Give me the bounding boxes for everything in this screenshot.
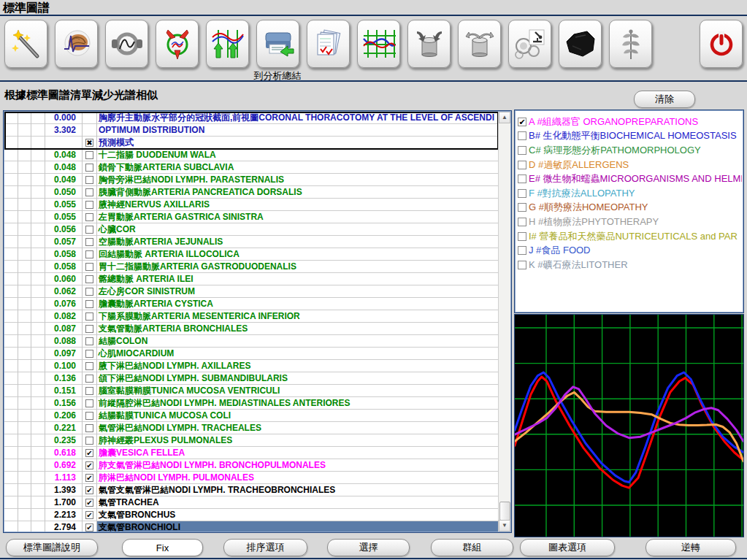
table-row[interactable]: 0.049 胸骨旁淋巴結NODI LYMPH. PARASTERNALIS [4, 174, 499, 186]
row-checkbox[interactable] [83, 422, 97, 434]
scroll-down-arrow[interactable]: ▼ [499, 520, 510, 532]
category-item[interactable]: K #礦石療法LITOTHER [518, 258, 742, 272]
row-label[interactable]: 氣管TRACHEA [97, 496, 499, 509]
row-checkbox[interactable] [83, 285, 97, 298]
graph-grid-button[interactable] [357, 20, 400, 68]
row-label[interactable]: 回結腸動脈 ARTERIA ILLOCOLICA [97, 248, 499, 261]
row-label[interactable]: 心肌MIOCARDIUM [97, 348, 499, 360]
table-row[interactable]: 0.235 肺神經叢PLEXUS PULMONALES [4, 434, 499, 447]
row-label[interactable]: 髂總動脈 ARTERIA ILEI [97, 273, 499, 285]
row-label[interactable]: 腦室黏膜鞘膜TUNICA MUCOSA VENTRICULI [97, 385, 499, 397]
category-item[interactable]: D #過敏原ALLERGENS [518, 158, 742, 172]
row-label[interactable]: 左心房COR SINISTRUM [97, 285, 499, 298]
brain-button[interactable] [55, 20, 98, 68]
table-row[interactable]: 0.057 空腸動脈ARTERIA JEJUNALIS [4, 236, 499, 248]
row-label[interactable]: 肺淋巴結NODI LYMPH. PULMONALES [97, 472, 499, 484]
row-label[interactable]: 胰臟背側動脈ARTERIA PANCREATICA DORSALIS [97, 186, 499, 199]
table-row[interactable]: 0.087 支氣管動脈ARTERIA BRONCHIALES [4, 323, 499, 335]
row-checkbox[interactable] [83, 149, 97, 161]
table-row[interactable]: 1.113 ✔ 肺淋巴結NODI LYMPH. PULMONALES [4, 472, 499, 484]
container-unload-button[interactable] [458, 20, 501, 68]
table-row[interactable]: 0.136 頜下淋巴結NODI LYMPH. SUBMANDIBULARIS [4, 372, 499, 385]
row-checkbox[interactable] [83, 348, 97, 360]
category-checkbox[interactable] [518, 161, 526, 169]
table-row[interactable]: 3.302 OPTIMUM DISTRIBUTION [4, 124, 499, 137]
table-row[interactable]: 0.055 腋神經NERVUS AXILLARIS [4, 199, 499, 211]
row-label[interactable]: 左胃動脈ARTERIA GASTRICA SINISTRA [97, 211, 499, 223]
table-row[interactable]: 0.100 腋下淋巴結NODI LYMPH. AXILLARES [4, 360, 499, 372]
container-load-button[interactable] [407, 20, 451, 68]
category-checkbox[interactable] [518, 232, 526, 241]
category-item[interactable]: C# 病理形態分析PATHOMORPHOLOGY [518, 143, 742, 158]
row-label[interactable]: 胸廓升主動脈水平部分的冠狀截面,前視圖CORONAL THORACOTOMY A… [97, 112, 499, 124]
row-label[interactable]: 支氣管動脈ARTERIA BRONCHIALES [97, 323, 499, 335]
table-row[interactable]: 0.206 結腸黏膜TUNICA MUCOSA COLI [4, 410, 499, 422]
row-label[interactable]: 腋下淋巴結NODI LYMPH. AXILLARES [97, 360, 499, 372]
row-label[interactable]: 膽囊動脈ARTERIA CYSTICA [97, 298, 499, 310]
table-row[interactable]: 0.058 胃十二指腸動脈ARTERIA GASTRODUODENALIS [4, 261, 499, 273]
row-checkbox[interactable]: ✔ [83, 459, 97, 472]
scroll-thumb[interactable] [499, 502, 510, 521]
row-checkbox[interactable] [83, 161, 97, 174]
row-label[interactable]: 胃十二指腸動脈ARTERIA GASTRODUODENALIS [97, 261, 499, 273]
row-label[interactable]: OPTIMUM DISTRIBUTION [97, 124, 499, 137]
row-checkbox[interactable] [83, 360, 97, 372]
vegetotest-button[interactable] [156, 20, 199, 68]
table-row[interactable]: 0.088 結腸COLON [4, 335, 499, 348]
table-row[interactable]: 0.082 下腸系膜動脈ARTERIA MESENTERICA INFERIOR [4, 310, 499, 323]
table-row[interactable]: 0.618 ✔ 膽囊VESICA FELLEA [4, 447, 499, 459]
category-checkbox[interactable] [518, 261, 526, 269]
row-label[interactable]: 支氣管BRONCHUS [97, 509, 499, 521]
table-row[interactable]: 2.213 ✔ 支氣管BRONCHUS [4, 509, 499, 521]
row-checkbox[interactable]: ✔ [83, 521, 97, 532]
chart-options-button[interactable]: 圖表選項 [520, 539, 615, 556]
group-button[interactable]: 群組 [431, 539, 513, 556]
table-row[interactable]: 0.056 心臟COR [4, 223, 499, 236]
table-row[interactable]: 0.050 胰臟背側動脈ARTERIA PANCREATICA DORSALIS [4, 186, 499, 199]
table-row[interactable]: 0.221 氣管淋巴結NODI LYMPH. TRACHEALES [4, 422, 499, 434]
row-label[interactable]: 預測模式 [97, 137, 499, 149]
row-checkbox[interactable] [83, 273, 97, 285]
table-row[interactable]: 0.692 ✔ 肺支氣管淋巴結NODI LYMPH. BRONCHOPULMON… [4, 459, 499, 472]
row-checkbox[interactable] [83, 310, 97, 323]
row-label[interactable]: 膽囊VESICA FELLEA [97, 447, 499, 459]
row-checkbox[interactable]: ✔ [83, 484, 97, 496]
row-checkbox[interactable]: ✔ [83, 472, 97, 484]
table-row[interactable]: 0.156 前縱隔腔淋巴結NODI LYMPH. MEDIASTINALES A… [4, 397, 499, 410]
table-row[interactable]: 1.700 ✔ 氣管TRACHEA [4, 496, 499, 509]
row-checkbox[interactable] [83, 186, 97, 199]
etalon-description-button[interactable]: 標準圖譜說明 [6, 539, 98, 556]
row-label[interactable]: 支氣管BRONCHIOLI [97, 521, 499, 532]
phytotherapy-button[interactable] [609, 20, 652, 68]
exit-button[interactable] [700, 20, 743, 68]
category-item[interactable]: F #對抗療法ALLOPATHY [518, 186, 742, 201]
category-checkbox[interactable]: ✔ [518, 118, 526, 126]
lithotherapy-button[interactable] [559, 20, 602, 68]
row-checkbox[interactable] [83, 397, 97, 410]
row-checkbox[interactable] [83, 385, 97, 397]
row-label[interactable]: 空腸動脈ARTERIA JEJUNALIS [97, 236, 499, 248]
category-checkbox[interactable] [518, 203, 526, 212]
category-item[interactable]: I# 營養品和天然藥品NUTRICEUTICALS and PAR [518, 229, 742, 244]
microanalysis-button[interactable] [508, 20, 551, 68]
row-label[interactable]: 肺支氣管淋巴結NODI LYMPH. BRONCHOPULMONALES [97, 459, 499, 472]
row-label[interactable]: 頜下淋巴結NODI LYMPH. SUBMANDIBULARIS [97, 372, 499, 385]
row-checkbox[interactable] [83, 335, 97, 348]
row-label[interactable]: 心臟COR [97, 223, 499, 236]
tomograph-button[interactable] [105, 20, 148, 68]
category-checkbox[interactable] [518, 174, 526, 183]
table-row[interactable]: 0.097 心肌MIOCARDIUM [4, 348, 499, 360]
select-button[interactable]: 選擇 [327, 539, 410, 556]
row-checkbox[interactable]: ✔ [83, 447, 97, 459]
table-row[interactable]: 0.060 髂總動脈 ARTERIA ILEI [4, 273, 499, 285]
row-checkbox[interactable] [83, 199, 97, 211]
print-analysis-button[interactable] [256, 20, 299, 68]
clear-button[interactable]: 清除 [634, 91, 695, 108]
row-checkbox[interactable] [83, 174, 97, 186]
row-checkbox[interactable] [83, 372, 97, 385]
row-checkbox[interactable] [83, 261, 97, 273]
row-label[interactable]: 氣管淋巴結NODI LYMPH. TRACHEALES [97, 422, 499, 434]
category-item[interactable]: J #食品 FOOD [518, 243, 742, 258]
category-item[interactable]: E# 微生物和蠕蟲MICROORGANISMS AND HELMI [518, 172, 742, 186]
table-row[interactable]: 0.062 左心房COR SINISTRUM [4, 285, 499, 298]
